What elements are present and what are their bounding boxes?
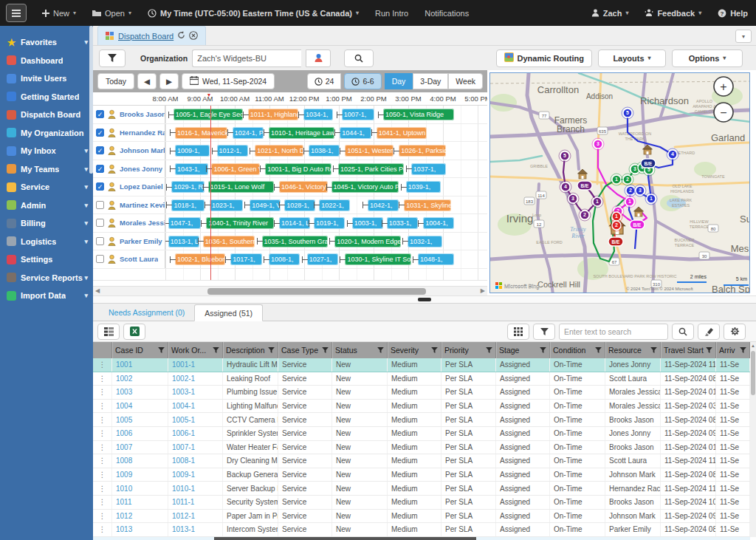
sidebar-item-admin[interactable]: Admin▾ xyxy=(0,196,93,215)
column-header-severity[interactable]: Severity xyxy=(388,342,441,358)
sidebar-item-favorites[interactable]: ★Favorites▾ xyxy=(0,33,93,52)
cell-case-id[interactable]: 1010 xyxy=(112,482,168,495)
row-drag-handle[interactable]: ⋮ xyxy=(93,358,112,372)
scrollbar-thumb[interactable] xyxy=(751,351,755,395)
cell-case-id[interactable]: 1011 xyxy=(112,496,168,509)
appointment-bar[interactable]: 1008-1, xyxy=(269,253,300,265)
row-drag-handle[interactable]: ⋮ xyxy=(93,372,112,386)
appointment-bar[interactable]: 1042-1, xyxy=(368,199,399,211)
appointment-bar[interactable]: 1029-1, Red xyxy=(171,181,205,193)
appointment-1027-1[interactable]: 1027-1, xyxy=(302,253,338,265)
column-header-description[interactable]: Description xyxy=(223,342,278,358)
resource-name[interactable]: Martinez Kevin xyxy=(120,201,165,209)
column-header-case-id[interactable]: Case ID xyxy=(112,342,168,358)
appointment-bar[interactable]: 1039-1, xyxy=(406,181,441,193)
appointment-1013-1[interactable]: 1013-1, Lone xyxy=(163,236,199,247)
appointment-1015-1[interactable]: 1015-1, Lone Wolf xyxy=(203,181,274,193)
view-day[interactable]: Day xyxy=(385,73,413,89)
column-header-travel-start[interactable]: Travel Start xyxy=(661,342,716,358)
row-drag-handle[interactable]: ⋮ xyxy=(93,386,112,399)
appointment-1035-1[interactable]: 1035-1, Southern Grace xyxy=(257,236,328,247)
appointment-1006-1[interactable]: 1006-1, Green Valley xyxy=(206,163,260,175)
horizontal-splitter[interactable] xyxy=(93,295,756,304)
case-row-1002[interactable]: ⋮10021002-1Leaking RoofServiceNewMediumP… xyxy=(93,372,750,386)
appointment-bar[interactable]: 1016-1, Maverick xyxy=(175,127,227,139)
cell-work-or[interactable]: 1006-1 xyxy=(168,427,223,440)
scroll-up-icon[interactable]: ▲ xyxy=(750,342,756,349)
appointment-1026-1[interactable]: 1026-1, Parkside xyxy=(394,145,445,157)
appointment-bar[interactable]: 1026-1, Parkside xyxy=(399,145,445,157)
case-row-1012[interactable]: ⋮10121012-1Paper Jam in Print...ServiceN… xyxy=(93,510,750,524)
next-day-button[interactable]: ▶ xyxy=(159,73,179,89)
appointment-bar[interactable]: 1046-1, Victory Lane xyxy=(279,181,328,193)
prev-day-button[interactable]: ◀ xyxy=(137,73,157,89)
appointment-bar[interactable]: 1006-1, Green Valley xyxy=(211,163,260,175)
row-drag-handle[interactable]: ⋮ xyxy=(93,496,112,509)
appointment-1048-1[interactable]: 1048-1, xyxy=(413,253,454,265)
appointment-bar[interactable]: 1015-1, Lone Wolf xyxy=(208,181,274,193)
appointment-bar[interactable]: 1009-1, xyxy=(175,145,210,157)
column-header-case-type[interactable]: Case Type xyxy=(278,342,332,358)
resource-checkbox[interactable] xyxy=(96,237,104,245)
appointment-bar[interactable]: 1049-1, Vista xyxy=(250,199,281,211)
appointment-1021-1[interactable]: 1021-1, North Dallas xyxy=(250,145,303,157)
cell-work-or[interactable]: 1003-1 xyxy=(168,386,223,399)
row-drag-handle[interactable]: ⋮ xyxy=(93,427,112,440)
sidebar-item-my-inbox[interactable]: My Inbox▾ xyxy=(0,142,93,160)
appointment-bar[interactable]: 1023-1, xyxy=(210,199,243,211)
cell-work-or[interactable]: 1008-1 xyxy=(168,454,223,468)
resource-name[interactable]: Parker Emily xyxy=(120,237,162,245)
appointment-bar[interactable]: 1010-1, Heritage Law Group, xyxy=(269,127,334,139)
cell-case-id[interactable]: 1008 xyxy=(112,454,168,468)
appointment-1031-1[interactable]: 1031-1, Skyline Tax xyxy=(399,199,450,211)
appointment-bar[interactable]: 1004-1, xyxy=(423,217,454,229)
column-filter-icon[interactable] xyxy=(706,346,712,355)
appointment-1005-1[interactable]: 1005-1, Eagle Eye Security xyxy=(168,109,243,120)
appointment-bar[interactable]: 1038-1, xyxy=(309,145,340,157)
appointment-1041-1[interactable]: 1041-1, Uptown xyxy=(371,127,427,139)
cell-work-or[interactable]: 1011-1 xyxy=(168,496,223,509)
sidebar-item-my-organization[interactable]: My Organization xyxy=(0,124,93,143)
column-filter-icon[interactable] xyxy=(377,346,384,355)
appointment-bar[interactable]: 1020-1, Modern Edge xyxy=(334,236,400,247)
row-drag-handle[interactable]: ⋮ xyxy=(93,482,112,495)
scheduler-horizontal-scrollbar[interactable]: ◀ ▶ xyxy=(93,286,487,295)
appointment-1029-1[interactable]: 1029-1, Red xyxy=(166,181,205,193)
appointment-bar[interactable]: 1028-1, xyxy=(284,199,315,211)
resource-checkbox[interactable] xyxy=(96,201,104,209)
appointment-bar[interactable]: 1033-1, xyxy=(387,217,418,229)
appointment-1003-1[interactable]: 1003-1, xyxy=(347,217,383,229)
cell-work-or[interactable]: 1005-1 xyxy=(168,413,223,426)
sidebar-item-invite-users[interactable]: Invite Users xyxy=(0,69,93,88)
appointment-bar[interactable]: 1047-1, xyxy=(168,217,202,229)
appointment-1039-1[interactable]: 1039-1, xyxy=(401,181,441,193)
appointment-bar[interactable]: 1050-1, Vista Ridge xyxy=(383,109,454,120)
resource-checkbox[interactable]: ✓ xyxy=(96,165,104,173)
view-week[interactable]: Week xyxy=(448,73,483,89)
appointment-bar[interactable]: 1040-1, Trinity River xyxy=(206,217,274,229)
organization-input[interactable] xyxy=(192,49,301,67)
column-filter-icon[interactable] xyxy=(540,346,546,355)
appointment-1043-1[interactable]: 1043-1, xyxy=(170,163,208,175)
scrollbar-thumb[interactable] xyxy=(207,288,426,295)
appointment-bar[interactable]: 1051-1, Western xyxy=(345,145,394,157)
feedback-menu[interactable]: Feedback▾ xyxy=(636,0,709,26)
appointment-1036-1[interactable]: 1036-1, Southern xyxy=(198,236,255,247)
appointment-1049-1[interactable]: 1049-1, Vista xyxy=(244,199,281,211)
column-header-status[interactable]: Status xyxy=(332,342,388,358)
sidebar-item-settings[interactable]: Settings xyxy=(0,250,93,269)
appointment-1037-1[interactable]: 1037-1, xyxy=(406,163,446,175)
notifications-button[interactable]: Notifications xyxy=(416,0,477,26)
column-filter-icon[interactable] xyxy=(431,346,438,355)
resource-checkbox[interactable] xyxy=(96,255,104,263)
options-button[interactable]: Options▾ xyxy=(672,49,743,67)
appointment-bar[interactable]: 1030-1, Skyline IT Solutions, xyxy=(345,253,410,265)
export-excel-button[interactable] xyxy=(123,324,145,340)
sidebar-item-import-data[interactable]: Import Data▾ xyxy=(0,287,93,305)
tab-list-dropdown-button[interactable]: ▾ xyxy=(735,30,752,43)
refresh-icon[interactable] xyxy=(177,31,185,41)
cell-case-id[interactable]: 1003 xyxy=(112,386,168,399)
tab-dispatch-board[interactable]: Dispatch Board xyxy=(97,26,206,45)
appointment-1020-1[interactable]: 1020-1, Modern Edge xyxy=(329,236,400,247)
sidebar-item-service-reports[interactable]: Service Reports▾ xyxy=(0,269,93,287)
